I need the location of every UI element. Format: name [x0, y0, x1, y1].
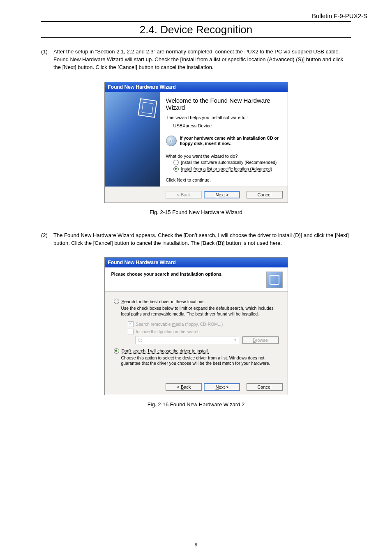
next-button[interactable]: Next > — [204, 191, 240, 198]
chevron-down-icon: ▾ — [234, 338, 236, 342]
dont-search-description: Choose this option to select the device … — [121, 355, 279, 366]
cancel-button[interactable]: Cancel — [247, 191, 283, 198]
wizard-2: Found New Hardware Wizard Please choose … — [104, 257, 288, 395]
device-name: USBXpress Device — [173, 123, 282, 128]
radio-icon-selected — [114, 348, 119, 354]
checkbox-icon — [128, 329, 134, 334]
devices-icon — [138, 98, 157, 117]
wizard-1: Found New Hardware Wizard Welcome to the… — [104, 82, 288, 203]
bulletin-label: Bulletin F-9-PUX2-S — [25, 12, 367, 19]
wizard-sidebar-graphic — [105, 92, 160, 187]
search-description: Use the check boxes below to limit or ex… — [121, 306, 279, 317]
item-number: (2) — [41, 232, 53, 247]
devices-icon — [266, 272, 283, 288]
radio-install-auto[interactable]: Install the software automatically (Reco… — [173, 160, 282, 165]
cancel-button[interactable]: Cancel — [247, 383, 283, 391]
page-number: -9- — [0, 542, 392, 548]
wizard-question: What do you want the wizard to do? — [166, 154, 282, 159]
radio-dont-search[interactable]: Don't search. I will choose the driver t… — [114, 348, 279, 354]
cd-instruction: If your hardware came with an installati… — [180, 136, 282, 146]
wizard-titlebar: Found New Hardware Wizard — [105, 258, 288, 267]
radio-search-best[interactable]: Search for the best driver in these loca… — [114, 299, 279, 304]
wizard-heading: Welcome to the Found New Hardware Wizard — [166, 97, 282, 111]
path-input: C:▾ — [135, 336, 239, 344]
wizard-subtext: This wizard helps you install software f… — [166, 115, 282, 120]
checkbox-removable-media: Search removable media (floppy, CD-ROM..… — [128, 321, 279, 327]
wizard-titlebar: Found New Hardware Wizard — [105, 82, 288, 92]
paragraph-1: (1) After the setup in “Section 2.1, 2.2… — [41, 48, 351, 71]
item-number: (1) — [41, 48, 53, 71]
radio-icon-selected — [173, 166, 179, 172]
wizard2-header-text: Please choose your search and installati… — [111, 272, 223, 288]
cd-icon — [166, 136, 177, 146]
section-title: 2.4. Device Recognition — [41, 21, 351, 38]
back-button[interactable]: < Back — [166, 383, 202, 391]
next-button[interactable]: Next > — [204, 383, 240, 391]
checkbox-icon — [128, 321, 134, 327]
back-button[interactable]: < Back — [166, 191, 202, 198]
radio-icon — [173, 160, 179, 165]
radio-install-list[interactable]: Install from a list or specific location… — [173, 166, 282, 172]
browse-button: Browse — [242, 336, 279, 344]
continue-text: Click Next to continue. — [166, 177, 282, 182]
paragraph-2: (2) The Found New Hardware Wizard appear… — [41, 232, 351, 247]
figure-caption-1: Fig. 2-15 Found New Hardware Wizard — [25, 209, 367, 215]
item-text: The Found New Hardware Wizard appears. C… — [53, 232, 351, 247]
checkbox-include-location: Include this location in the search: — [128, 329, 279, 334]
figure-caption-2: Fig. 2-16 Found New Hardware Wizard 2 — [25, 401, 367, 408]
radio-icon — [114, 299, 119, 304]
item-text: After the setup in “Section 2.1, 2.2 and… — [53, 48, 351, 71]
